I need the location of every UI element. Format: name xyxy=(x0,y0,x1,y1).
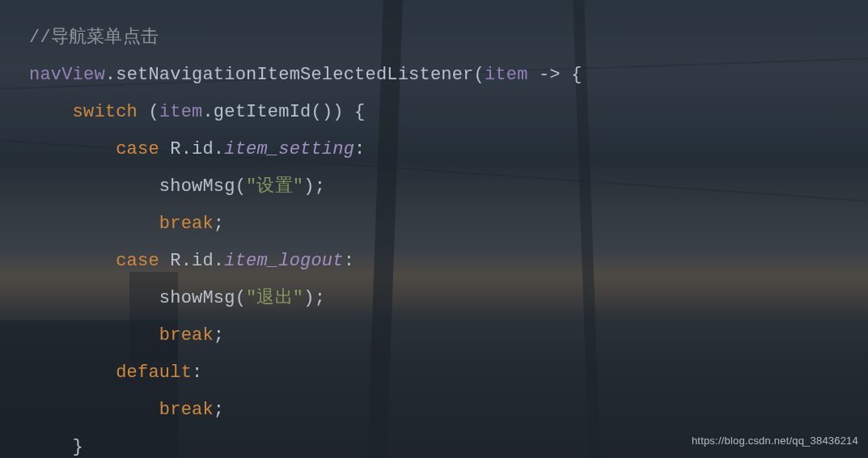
code-text: : xyxy=(344,251,354,271)
code-text: ); xyxy=(303,288,325,308)
code-param: item xyxy=(485,65,528,85)
code-keyword-break: break xyxy=(159,400,214,420)
code-text: -> { xyxy=(528,65,582,85)
code-text: ); xyxy=(303,176,325,197)
code-field: item_setting xyxy=(224,139,354,159)
code-text: .getItemId()) { xyxy=(202,102,365,122)
code-string: "退出" xyxy=(246,288,303,308)
code-field: item_logout xyxy=(224,251,343,271)
code-keyword-switch: switch xyxy=(73,102,138,122)
code-method: setNavigationItemSelectedListener( xyxy=(116,65,485,85)
watermark-link: https://blog.csdn.net/qq_38436214 xyxy=(692,435,858,447)
code-func: showMsg( xyxy=(159,288,246,308)
code-keyword-default: default xyxy=(116,363,192,383)
code-keyword-break: break xyxy=(159,325,214,346)
code-brace: } xyxy=(73,437,83,457)
code-text: ; xyxy=(214,214,224,234)
code-text: R.id. xyxy=(159,139,224,159)
code-keyword-break: break xyxy=(159,214,214,234)
code-comment: //导航菜单点击 xyxy=(29,28,159,48)
code-text: ; xyxy=(214,325,224,346)
code-var: navView xyxy=(29,65,105,85)
code-var: item xyxy=(159,102,203,122)
code-block: //导航菜单点击 navView.setNavigationItemSelect… xyxy=(0,0,868,458)
code-string: "设置" xyxy=(246,176,303,197)
code-text: R.id. xyxy=(159,251,224,271)
code-text: ( xyxy=(138,102,159,122)
code-text: ; xyxy=(214,400,224,420)
code-keyword-case: case xyxy=(116,139,159,159)
code-text: : xyxy=(192,363,202,383)
code-keyword-case: case xyxy=(116,251,159,271)
code-punct: . xyxy=(105,65,116,85)
code-func: showMsg( xyxy=(159,176,246,197)
code-text: : xyxy=(354,139,365,159)
